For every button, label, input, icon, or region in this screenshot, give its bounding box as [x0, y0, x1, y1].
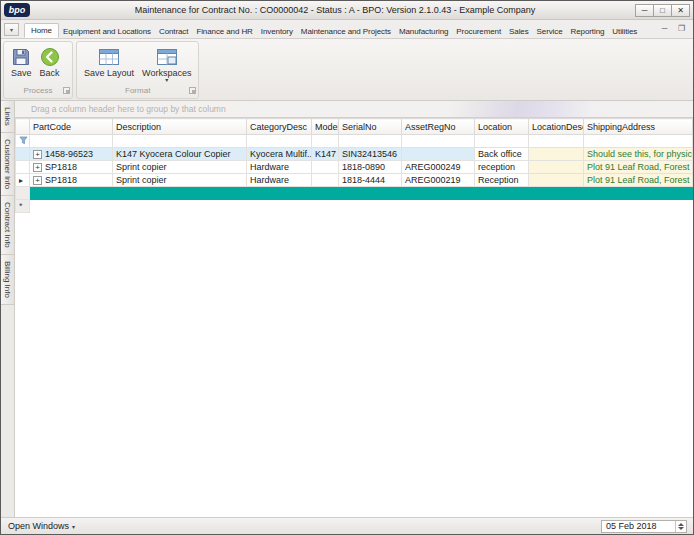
row-indicator[interactable] — [16, 148, 30, 161]
workspaces-icon — [157, 46, 177, 67]
cell-serialno[interactable]: SIN32413546 — [339, 148, 402, 161]
cell-text: SP1818 — [45, 162, 77, 172]
cell-categorydesc[interactable]: Hardware — [247, 161, 312, 174]
dialog-launcher-icon[interactable] — [63, 87, 70, 94]
cell-description[interactable]: K147 Kyocera Colour Copier — [113, 148, 247, 161]
ribbon-tab-service[interactable]: Service — [533, 24, 567, 38]
selected-row-highlight[interactable] — [30, 187, 693, 200]
child-minimize-icon[interactable]: ─ — [658, 24, 671, 35]
cell-location[interactable]: reception — [475, 161, 529, 174]
date-spinner[interactable] — [675, 521, 686, 532]
cell-locationdesc[interactable] — [529, 174, 584, 187]
decorative-swoosh — [423, 101, 693, 117]
column-header-modelno[interactable]: ModelNo — [312, 119, 339, 135]
cell-serialno[interactable]: 1818-4444 — [339, 174, 402, 187]
ribbon-tab-finance-and-hr[interactable]: Finance and HR — [192, 24, 256, 38]
cell-location[interactable]: Reception — [475, 174, 529, 187]
group-by-band[interactable]: Drag a column header here to group by th… — [15, 101, 693, 118]
row-indicator[interactable] — [16, 187, 30, 200]
column-header-categorydesc[interactable]: CategoryDesc — [247, 119, 312, 135]
new-row-cells[interactable] — [30, 200, 693, 213]
new-row-indicator[interactable]: * — [16, 200, 30, 213]
cell-partcode[interactable]: +SP1818 — [30, 161, 113, 174]
filter-cell-partcode[interactable] — [30, 135, 113, 148]
expand-button[interactable]: + — [33, 150, 42, 159]
dialog-launcher-icon[interactable] — [189, 87, 196, 94]
cell-categorydesc[interactable]: Hardware — [247, 174, 312, 187]
workspaces-dropdown-icon[interactable]: ▾ — [165, 78, 168, 83]
filter-row — [16, 135, 693, 148]
save-layout-button[interactable]: Save Layout — [80, 44, 138, 79]
cell-shippingaddress[interactable]: Should see this, for physical ad... — [584, 148, 693, 161]
selected-empty-row[interactable] — [16, 187, 693, 200]
cell-description[interactable]: Sprint copier — [113, 161, 247, 174]
cell-assetregno[interactable]: AREG000219 — [402, 174, 475, 187]
expand-button[interactable]: + — [33, 163, 42, 172]
cell-modelno[interactable] — [312, 174, 339, 187]
cell-description[interactable]: Sprint copier — [113, 174, 247, 187]
ribbon-tab-inventory[interactable]: Inventory — [257, 24, 297, 38]
cell-location[interactable]: Back office — [475, 148, 529, 161]
save-icon — [11, 46, 31, 67]
ribbon-tab-procurement[interactable]: Procurement — [452, 24, 505, 38]
expand-button[interactable]: + — [33, 176, 42, 185]
ribbon-tab-row: ▾ Home Equipment and Locations Contract … — [1, 20, 693, 39]
back-button[interactable]: Back — [36, 44, 64, 79]
cell-locationdesc[interactable] — [529, 161, 584, 174]
sidebar-tab-billing-info[interactable]: Billing Info — [1, 255, 14, 305]
main-area: Links Customer Info Contract Info Billin… — [1, 101, 693, 517]
date-field[interactable]: 05 Feb 2018 — [601, 520, 687, 533]
cell-modelno[interactable] — [312, 161, 339, 174]
ribbon-tab-home[interactable]: Home — [24, 23, 59, 38]
save-button[interactable]: Save — [7, 44, 36, 79]
app-window: bpo Maintenance for Contract No. : CO000… — [0, 0, 694, 535]
column-header-serialno[interactable]: SerialNo — [339, 119, 402, 135]
ribbon-tab-reporting[interactable]: Reporting — [567, 24, 609, 38]
child-restore-icon[interactable]: ❐ — [675, 24, 688, 35]
cell-shippingaddress[interactable]: Plot 91 Leaf Road, Forest Hills,... — [584, 174, 693, 187]
cell-partcode[interactable]: +SP1818 — [30, 174, 113, 187]
cell-assetregno[interactable] — [402, 148, 475, 161]
filter-cell-location[interactable] — [475, 135, 529, 148]
ribbon-tab-contract[interactable]: Contract — [155, 24, 192, 38]
column-header-partcode[interactable]: PartCode — [30, 119, 113, 135]
open-windows-button[interactable]: Open Windows ▾ — [5, 521, 78, 531]
filter-cell-assetregno[interactable] — [402, 135, 475, 148]
ribbon-tab-equipment-and-locations[interactable]: Equipment and Locations — [59, 24, 155, 38]
minimize-button[interactable]: ─ — [635, 4, 654, 17]
ribbon-tab-sales[interactable]: Sales — [505, 24, 533, 38]
cell-modelno[interactable]: K147 — [312, 148, 339, 161]
cell-shippingaddress[interactable]: Plot 91 Leaf Road, Forest Hills,... — [584, 161, 693, 174]
column-header-assetregno[interactable]: AssetRegNo — [402, 119, 475, 135]
sidebar-tab-links[interactable]: Links — [1, 101, 14, 133]
column-header-description[interactable]: Description — [113, 119, 247, 135]
filter-cell-modelno[interactable] — [312, 135, 339, 148]
row-indicator-focused[interactable]: ▸ — [16, 174, 30, 187]
cell-categorydesc[interactable]: Kyocera Multif... — [247, 148, 312, 161]
column-header-shippingaddress[interactable]: ShippingAddress — [584, 119, 693, 135]
filter-cell-serialno[interactable] — [339, 135, 402, 148]
ribbon-tab-maintenance-and-projects[interactable]: Maintenance and Projects — [297, 24, 395, 38]
filter-cell-description[interactable] — [113, 135, 247, 148]
ribbon-tab-utilities[interactable]: Utilities — [608, 24, 641, 38]
cell-assetregno[interactable]: AREG000249 — [402, 161, 475, 174]
filter-cell-locationdesc[interactable] — [529, 135, 584, 148]
quick-access-toolbar-arrow[interactable]: ▾ — [4, 23, 19, 36]
filter-icon — [19, 136, 28, 145]
sidebar-tab-customer-info[interactable]: Customer Info — [1, 133, 14, 196]
cell-partcode[interactable]: +1458-96523 — [30, 148, 113, 161]
sidebar-tab-contract-info[interactable]: Contract Info — [1, 196, 14, 255]
new-item-row[interactable]: * — [16, 200, 693, 213]
cell-locationdesc[interactable] — [529, 148, 584, 161]
group-by-band-text: Drag a column header here to group by th… — [31, 104, 226, 114]
row-indicator[interactable] — [16, 161, 30, 174]
maximize-button[interactable]: □ — [653, 4, 672, 17]
workspaces-button[interactable]: Workspaces ▾ — [138, 44, 195, 84]
filter-cell-categorydesc[interactable] — [247, 135, 312, 148]
column-header-locationdesc[interactable]: LocationDesc — [529, 119, 584, 135]
column-header-location[interactable]: Location — [475, 119, 529, 135]
filter-cell-shippingaddress[interactable] — [584, 135, 693, 148]
ribbon-tab-manufacturing[interactable]: Manufacturing — [395, 24, 452, 38]
close-button[interactable]: ✕ — [671, 4, 690, 17]
cell-serialno[interactable]: 1818-0890 — [339, 161, 402, 174]
